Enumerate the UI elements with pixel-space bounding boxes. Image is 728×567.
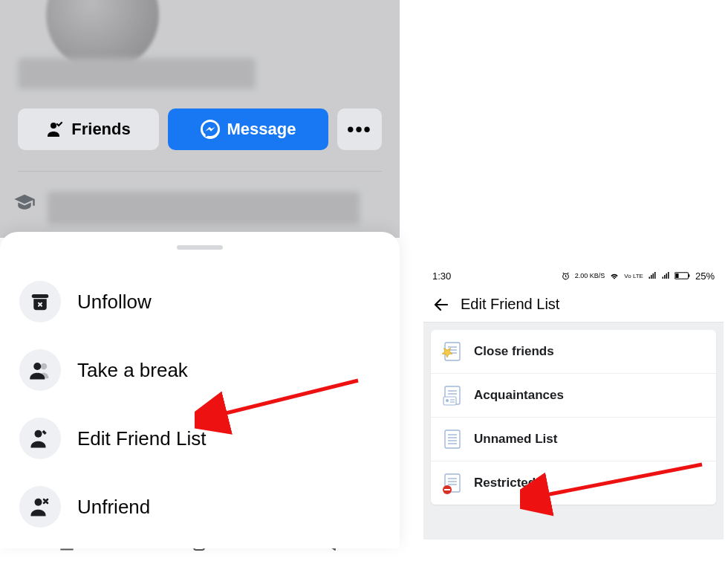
status-battery-pct: 25% <box>695 270 715 282</box>
signal-icon <box>648 271 657 280</box>
option-edit-friend-list-label: Edit Friend List <box>77 427 206 450</box>
friend-lists: Close friends Acquaintances <box>431 330 716 505</box>
option-unfollow[interactable]: Unfollow <box>15 268 385 336</box>
message-button[interactable]: Message <box>168 108 328 150</box>
option-unfriend[interactable]: Unfriend <box>15 473 385 541</box>
phone-left: Friends Message ••• <box>0 0 400 567</box>
option-unfollow-label: Unfollow <box>77 291 152 314</box>
profile-action-row: Friends Message ••• <box>18 108 382 150</box>
profile-name-blurred <box>18 58 256 89</box>
friends-button[interactable]: Friends <box>18 108 159 150</box>
person-edit-icon <box>19 418 61 459</box>
ellipsis-icon: ••• <box>347 118 371 141</box>
back-arrow-icon[interactable] <box>432 296 450 314</box>
list-item-restricted-label: Restricted <box>474 476 536 490</box>
status-time: 1:30 <box>432 270 451 282</box>
list-item-acquaintances[interactable]: Acquaintances <box>431 374 716 418</box>
education-text-blurred <box>48 192 360 224</box>
edit-friend-list-header: Edit Friend List <box>423 287 724 323</box>
status-volte: Vo LTE <box>624 273 643 279</box>
sheet-grabber[interactable] <box>177 245 223 250</box>
list-item-close-friends-label: Close friends <box>474 344 554 359</box>
graduation-cap-icon <box>13 192 36 214</box>
education-row <box>13 192 360 224</box>
svg-rect-25 <box>443 397 456 405</box>
svg-point-6 <box>35 430 42 438</box>
svg-point-5 <box>33 363 41 370</box>
doc-block-icon <box>441 472 464 494</box>
message-button-label: Message <box>227 120 296 139</box>
profile-header-area: Friends Message ••• <box>0 0 400 238</box>
friend-check-icon <box>46 120 64 138</box>
person-remove-icon <box>19 486 61 528</box>
messenger-icon <box>201 120 220 139</box>
svg-rect-15 <box>689 274 690 276</box>
list-item-unnamed[interactable]: Unnamed List <box>431 418 716 461</box>
svg-rect-2 <box>32 294 49 298</box>
svg-rect-16 <box>675 273 678 278</box>
svg-rect-29 <box>445 430 460 448</box>
option-edit-friend-list[interactable]: Edit Friend List <box>15 404 385 473</box>
archive-x-icon <box>19 281 61 323</box>
phone-right: 1:30 2.00 KB/S Vo LTE 25% <box>423 265 724 540</box>
status-right: 2.00 KB/S Vo LTE 25% <box>561 270 715 282</box>
doc-star-icon <box>441 340 464 363</box>
alarm-icon <box>561 271 571 281</box>
wifi-icon <box>609 270 620 281</box>
doc-icon <box>441 428 464 450</box>
divider <box>18 171 382 172</box>
option-unfriend-label: Unfriend <box>77 496 150 519</box>
doc-card-icon <box>441 384 464 406</box>
list-item-acquaintances-label: Acquaintances <box>474 388 564 403</box>
battery-icon <box>675 271 691 280</box>
friends-button-label: Friends <box>71 120 130 139</box>
status-bar: 1:30 2.00 KB/S Vo LTE 25% <box>423 265 724 287</box>
svg-point-4 <box>41 363 48 370</box>
list-item-restricted[interactable]: Restricted <box>431 461 716 505</box>
edit-friend-list-title: Edit Friend List <box>461 296 559 313</box>
svg-point-7 <box>35 499 42 506</box>
list-item-close-friends[interactable]: Close friends <box>431 330 716 374</box>
people-icon <box>19 349 61 391</box>
profile-avatar <box>43 0 162 74</box>
profile-more-button[interactable]: ••• <box>337 108 382 150</box>
option-take-a-break[interactable]: Take a break <box>15 336 385 404</box>
signal-icon-2 <box>661 271 670 280</box>
status-net-speed: 2.00 KB/S <box>575 273 605 279</box>
svg-rect-39 <box>444 489 450 490</box>
option-take-a-break-label: Take a break <box>77 359 188 382</box>
friend-options-sheet: Unfollow Take a break <box>0 232 400 548</box>
list-item-unnamed-label: Unnamed List <box>474 432 557 447</box>
svg-point-26 <box>446 399 449 402</box>
svg-point-0 <box>51 123 56 129</box>
